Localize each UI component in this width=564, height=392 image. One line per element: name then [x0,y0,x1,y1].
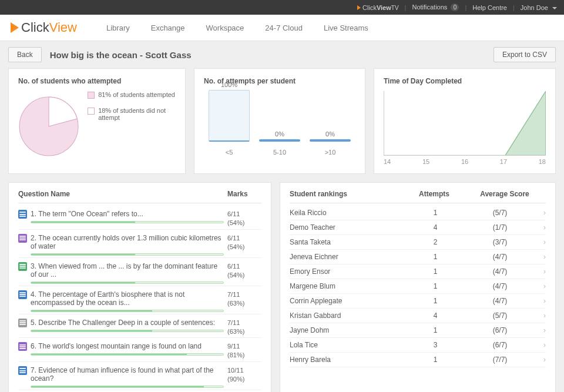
student-attempts: 4 [406,223,465,232]
user-menu[interactable]: John Doe [521,4,557,11]
ranking-row[interactable]: Henry Barela1(7/7)› [290,353,546,367]
card-time-of-day: Time of Day Completed 14 15 16 17 18 [374,68,556,174]
questions-panel: Question Name Marks 1. The term "One Oce… [8,182,271,392]
legend-label-not-attempted: 18% of students did not attempt [98,107,176,121]
notifications-label: Notifications [412,4,447,11]
student-attempts: 2 [406,238,465,246]
question-marks: 6/11(54%) [227,210,261,227]
brand-text: ClickView [21,20,77,35]
ranking-row[interactable]: Lola Tice3(6/7)› [290,338,546,353]
nav-247cloud[interactable]: 24-7 Cloud [265,24,303,32]
content-area: No. of students who attempted 81% of stu… [0,68,564,392]
back-button[interactable]: Back [8,47,42,62]
question-text-cell: 1. The term "One Ocean" refers to... [31,210,224,223]
question-progress-bar [31,353,224,356]
student-score: (6/7) [465,341,535,349]
student-name: Jayne Dohm [290,326,406,334]
student-name: Corrin Applegate [290,297,406,305]
student-attempts: 1 [406,267,465,276]
student-score: (4/7) [465,253,535,261]
bottom-panels-row: Question Name Marks 1. The term "One Oce… [8,182,556,392]
ranking-row[interactable]: Keila Riccio1(5/7)› [290,206,546,220]
question-type-icon [18,290,27,299]
question-progress-bar [31,310,224,312]
card-title: No. of students who attempted [18,77,176,85]
student-attempts: 1 [406,297,465,305]
time-x-labels: 14 15 16 17 18 [384,156,546,165]
question-type-icon [18,210,27,219]
ranking-row[interactable]: Jayne Dohm1(6/7)› [290,323,546,338]
question-text-cell: 6. The world's longest mountain range is… [31,342,224,356]
student-attempts: 1 [406,326,465,334]
question-row[interactable]: 6. The world's longest mountain range is… [18,338,261,362]
chevron-right-icon: › [535,311,546,320]
student-name: Kristan Gabbard [290,311,406,320]
student-name: Demo Teacher [290,223,406,232]
question-row[interactable]: 7. Evidence of human influence is found … [18,362,261,390]
question-marks: 6/11(54%) [227,234,261,252]
student-attempts: 3 [406,341,465,349]
help-centre-link[interactable]: Help Centre [472,4,507,11]
question-text: 3. When viewed from ... the ... is by fa… [31,262,224,279]
rankings-header: Student rankings Attempts Average Score [290,190,546,203]
student-score: (5/7) [465,209,535,217]
student-name: Margene Blum [290,282,406,290]
ranking-row[interactable]: Santa Taketa2(3/7)› [290,235,546,250]
question-row[interactable]: 5. Describe The Challenger Deep in a cou… [18,314,261,339]
question-row[interactable]: 3. When viewed from ... the ... is by fa… [18,258,261,286]
student-score: (6/7) [465,326,535,334]
title-row: Back How big is the ocean - Scott Gass E… [0,41,564,68]
bar-bin-lt5: 100% <5 [209,81,250,156]
question-row[interactable]: 4. The percentage of Earth's biosphere t… [18,286,261,314]
ranking-row[interactable]: Corrin Applegate1(4/7)› [290,294,546,309]
nav-live-streams[interactable]: Live Streams [324,24,368,32]
student-score: (4/7) [465,297,535,305]
question-text-cell: 3. When viewed from ... the ... is by fa… [31,262,224,284]
student-name: Emory Ensor [290,267,406,276]
question-text: 7. Evidence of human influence is found … [31,366,224,383]
chevron-down-icon [552,7,557,9]
global-topbar: ClickViewTV | Notifications 0 | Help Cen… [0,0,564,15]
x-label: 16 [461,158,468,165]
question-progress-bar [31,386,224,388]
nav-exchange[interactable]: Exchange [151,24,185,32]
legend-swatch-not-attempted [88,108,95,115]
ranking-row[interactable]: Emory Ensor1(4/7)› [290,264,546,279]
bar-bin-5-10: 0% 5-10 [259,130,300,156]
export-csv-button[interactable]: Export to CSV [494,47,556,62]
chevron-right-icon: › [535,267,546,276]
question-text: 6. The world's longest mountain range is… [31,342,224,350]
question-marks: 7/11(63%) [227,290,261,308]
area-chart [384,91,546,156]
col-question-name: Question Name [18,190,227,198]
question-progress-bar [31,253,224,256]
student-name: Keila Riccio [290,209,406,217]
play-icon [357,5,361,10]
nav-workspace[interactable]: Workspace [206,24,244,32]
question-marks: 9/11(81%) [227,342,261,360]
question-type-icon [18,342,27,351]
brand-logo[interactable]: ClickView [11,20,77,35]
question-text: 4. The percentage of Earth's biosphere t… [31,290,224,307]
ranking-row[interactable]: Demo Teacher4(1/7)› [290,220,546,235]
bar-bin-gt10: 0% >10 [310,130,351,156]
bar-chart: 100% <5 0% 5-10 0% >10 [204,91,355,156]
chevron-right-icon: › [535,356,546,364]
question-marks: 6/11(54%) [227,262,261,280]
ranking-row[interactable]: Margene Blum1(4/7)› [290,279,546,294]
notifications-link[interactable]: Notifications 0 [412,4,459,11]
question-row[interactable]: 1. The term "One Ocean" refers to...6/11… [18,206,261,230]
question-progress-bar [31,282,224,284]
chevron-right-icon: › [535,209,546,217]
student-name: Jeneva Eichner [290,253,406,261]
ranking-row[interactable]: Jeneva Eichner1(4/7)› [290,250,546,264]
x-label: 18 [539,158,546,165]
nav-library[interactable]: Library [106,24,130,32]
question-row[interactable]: 2. The ocean currently holds over 1.3 mi… [18,230,261,258]
bar-label: >10 [310,149,351,156]
question-progress-bar [31,330,224,332]
clickview-tv-link[interactable]: ClickViewTV [357,4,399,11]
card-attempts-pie: No. of students who attempted 81% of stu… [8,68,186,174]
col-student: Student rankings [290,190,405,198]
ranking-row[interactable]: Kristan Gabbard4(5/7)› [290,309,546,323]
